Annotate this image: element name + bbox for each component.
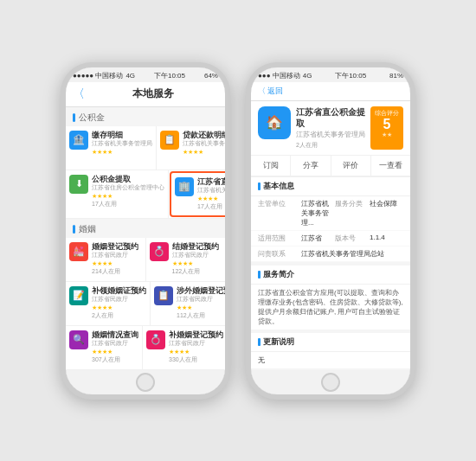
- item-subtitle: 江苏省机关事务管理局: [183, 140, 225, 147]
- update-title: 更新说明: [251, 333, 410, 352]
- item-subtitle: 江苏省民政厅: [92, 252, 142, 259]
- detail-content: 基本信息 主管单位 江苏省机关事务管理... 服务分类 社会保障 适用范围 江苏…: [251, 177, 410, 370]
- item-count: 17人在用: [92, 200, 164, 208]
- item-count: 122人在用: [172, 267, 222, 276]
- app-header: 🏠 江苏省直公积金提取 江苏省机关事务管理局 2人在用 综合评分 5 ★★: [251, 101, 410, 156]
- info-label: 主管单位: [258, 199, 301, 227]
- info-value: 1.1.4: [370, 234, 403, 243]
- list-item[interactable]: 🔍 婚姻情况查询 江苏省民政厅 ★★★★ 307人在用: [66, 326, 143, 369]
- left-carrier: ●●●●● 中国移动: [73, 71, 123, 80]
- service-intro-title: 服务简介: [251, 266, 410, 285]
- item-stars: ★★★: [177, 304, 225, 311]
- share-button[interactable]: 分享: [291, 156, 331, 176]
- info-value: 江苏省: [301, 234, 335, 243]
- subscribe-button[interactable]: 订阅: [251, 156, 291, 176]
- list-item[interactable]: 💒 婚姻登记预约 江苏省民政厅 ★★★★ 214人在用: [66, 238, 146, 281]
- item-count: 112人在用: [177, 311, 225, 320]
- left-battery: 64%: [204, 72, 218, 80]
- item-title: 结婚登记预约: [172, 242, 222, 252]
- item-title: 贷款还款明细: [183, 131, 225, 140]
- item-title: 婚姻登记预约: [92, 242, 142, 252]
- item-subtitle: 江苏省民政厅: [177, 296, 225, 303]
- item-text: 江苏省直公积金提取 江苏省机关事务管理局 ★★★★ 17人在用: [197, 177, 225, 211]
- right-time: 下午10:05: [335, 71, 366, 80]
- left-network: 4G: [125, 72, 135, 80]
- item-icon: 📋: [160, 131, 179, 150]
- more-button[interactable]: 一查看: [371, 156, 410, 176]
- item-count: 330人在用: [169, 355, 223, 364]
- item-text: 缴存明细 江苏省机关事务管理局 ★★★★: [92, 131, 152, 156]
- item-icon: 💍: [146, 330, 165, 349]
- item-stars: ★★★★: [92, 349, 138, 355]
- right-status-left: ●●● 中国移动 4G: [258, 71, 312, 80]
- basic-info-title: 基本信息: [251, 177, 410, 196]
- row-5: 🔍 婚姻情况查询 江苏省民政厅 ★★★★ 307人在用 💍 补婚姻登记预约 江苏…: [66, 326, 225, 370]
- right-home-button[interactable]: [321, 373, 340, 392]
- item-count: 307人在用: [92, 355, 138, 364]
- left-screen: 公积金 🏦 缴存明细 江苏省机关事务管理局 ★★★★ 📋: [66, 107, 225, 370]
- item-subtitle: 江苏省住房公积金管理中心: [92, 184, 164, 191]
- left-status-right: 64%: [204, 72, 218, 80]
- item-text: 公积金提取 江苏省住房公积金管理中心 ★★★★ 17人在用: [92, 175, 164, 208]
- section-hunyin-label: 婚姻: [79, 223, 96, 235]
- service-intro-section: 服务简介 江苏省直公积金官方应用(可以提取、查询和办理缴存业务(包含密码、住房贷…: [251, 266, 410, 330]
- item-icon: 💍: [150, 242, 169, 261]
- app-icon: 🏠: [258, 106, 291, 139]
- item-subtitle: 江苏省民政厅: [92, 296, 146, 303]
- item-stars: ★★★★: [92, 304, 146, 311]
- item-title: 涉外婚姻登记预约: [177, 286, 225, 296]
- list-item[interactable]: 📋 贷款还款明细 江苏省机关事务管理局 ★★★★: [157, 126, 225, 170]
- item-title: 江苏省直公积金提取: [197, 177, 225, 187]
- right-status-bar: ●●● 中国移动 4G 下午10:05 81%: [251, 67, 410, 82]
- review-button[interactable]: 评价: [331, 156, 371, 176]
- back-label: 返回: [267, 86, 283, 97]
- service-desc: 江苏省直公积金官方应用(可以提取、查询和办理缴存业务(包含密码、住房贷款、大修贷…: [251, 285, 410, 330]
- right-battery: 81%: [389, 72, 403, 80]
- update-text: 无: [251, 352, 410, 368]
- item-count: 17人在用: [197, 202, 225, 211]
- info-value: 江苏省机关事务管理...: [301, 199, 335, 227]
- info-label: 版本号: [335, 234, 370, 243]
- info-label: 服务分类: [335, 199, 370, 227]
- back-chevron: 〈: [258, 86, 266, 97]
- list-item[interactable]: 💍 结婚登记预约 江苏省民政厅 ★★★★ 122人在用: [146, 238, 226, 281]
- info-value: 江苏省机关事务管理局总站: [301, 249, 403, 259]
- info-row-2: 适用范围 江苏省 版本号 1.1.4: [251, 231, 410, 247]
- item-subtitle: 江苏省机关事务管理局: [92, 140, 152, 147]
- list-item[interactable]: 💍 补婚姻登记预约 江苏省民政厅 ★★★★ 330人在用: [143, 326, 225, 369]
- item-text: 贷款还款明细 江苏省机关事务管理局 ★★★★: [183, 131, 225, 156]
- info-value: 社会保障: [370, 199, 403, 227]
- list-item[interactable]: 🏦 缴存明细 江苏省机关事务管理局 ★★★★: [66, 126, 157, 170]
- list-item[interactable]: 📋 涉外婚姻登记预约 江苏省民政厅 ★★★ 112人在用: [151, 282, 225, 325]
- update-section: 更新说明 无: [251, 333, 410, 368]
- item-subtitle: 江苏省民政厅: [92, 340, 138, 347]
- right-status-right: 81%: [389, 72, 403, 80]
- app-info: 江苏省直公积金提取 江苏省机关事务管理局 2人在用: [296, 106, 365, 150]
- list-item[interactable]: ⬇ 公积金提取 江苏省住房公积金管理中心 ★★★★ 17人在用: [66, 170, 169, 218]
- left-status-left: ●●●●● 中国移动 4G: [73, 71, 135, 80]
- highlighted-item[interactable]: 🏢 江苏省直公积金提取 江苏省机关事务管理局 ★★★★ 17人在用: [170, 171, 225, 217]
- left-home-button[interactable]: [136, 373, 155, 392]
- back-button[interactable]: 〈 返回: [258, 86, 283, 97]
- left-nav-title: 本地服务: [88, 86, 218, 101]
- item-icon: 📝: [69, 286, 88, 305]
- item-count: 2人在用: [92, 311, 146, 320]
- left-back-button[interactable]: 〈: [73, 86, 85, 102]
- item-stars: ★★★★: [183, 149, 225, 156]
- section-hunyin: 婚姻: [66, 219, 225, 238]
- phones-container: ●●●●● 中国移动 4G 下午10:05 64% 〈 本地服务 公积金: [61, 62, 415, 400]
- item-icon: 🏦: [69, 131, 88, 150]
- right-nav-bar: 〈 返回: [251, 82, 410, 101]
- list-item[interactable]: 📝 补领婚姻证预约 江苏省民政厅 ★★★★ 2人在用: [66, 282, 151, 325]
- item-stars: ★★★★: [92, 149, 152, 156]
- left-content: 公积金 🏦 缴存明细 江苏省机关事务管理局 ★★★★ 📋: [66, 107, 225, 370]
- item-icon: 💒: [69, 242, 88, 261]
- item-text: 补领婚姻证预约 江苏省民政厅 ★★★★ 2人在用: [92, 286, 146, 320]
- right-phone: ●●● 中国移动 4G 下午10:05 81% 〈 返回 🏠 江苏省直公积金提取…: [246, 62, 415, 400]
- app-rating-box: 综合评分 5 ★★: [370, 106, 403, 150]
- item-count: 214人在用: [92, 267, 142, 276]
- item-stars: ★★★★: [92, 260, 142, 267]
- info-row-1: 主管单位 江苏省机关事务管理... 服务分类 社会保障: [251, 196, 410, 231]
- left-phone-bottom: [66, 370, 225, 394]
- item-stars: ★★★★: [169, 349, 223, 355]
